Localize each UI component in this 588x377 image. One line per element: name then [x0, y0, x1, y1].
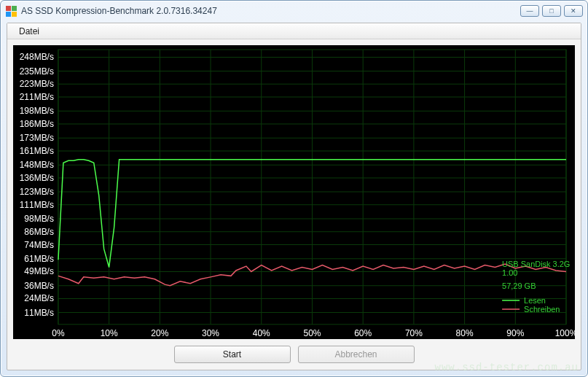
close-button[interactable]: ✕ — [564, 5, 583, 17]
start-button[interactable]: Start — [174, 346, 291, 363]
minimize-button[interactable]: — — [520, 5, 539, 17]
window-buttons: — □ ✕ — [520, 5, 583, 17]
menubar: Datei — [7, 23, 581, 39]
button-row: Start Abbrechen — [7, 343, 581, 365]
cancel-button: Abbrechen — [298, 346, 415, 363]
menu-file[interactable]: Datei — [13, 25, 45, 38]
svg-text:10%: 10% — [101, 328, 118, 338]
svg-text:11MB/s: 11MB/s — [24, 308, 54, 318]
legend-read: Lesen — [524, 296, 546, 305]
svg-text:123MB/s: 123MB/s — [20, 187, 54, 197]
device-label: USB SanDisk 3.2G — [502, 260, 570, 268]
svg-text:40%: 40% — [253, 328, 270, 338]
svg-text:30%: 30% — [202, 328, 219, 338]
svg-text:70%: 70% — [405, 328, 423, 338]
svg-text:50%: 50% — [303, 328, 321, 338]
capacity-label: 57,29 GB — [502, 281, 536, 290]
compression-chart: 11MB/s24MB/s36MB/s49MB/s61MB/s74MB/s86MB… — [13, 45, 575, 339]
svg-text:211MB/s: 211MB/s — [20, 92, 54, 102]
svg-text:60%: 60% — [354, 328, 372, 338]
svg-text:24MB/s: 24MB/s — [24, 293, 54, 303]
app-icon — [5, 5, 17, 17]
svg-text:74MB/s: 74MB/s — [24, 239, 54, 249]
svg-text:161MB/s: 161MB/s — [20, 146, 54, 156]
svg-text:80%: 80% — [456, 328, 474, 338]
svg-text:111MB/s: 111MB/s — [20, 200, 54, 210]
client-area: Datei 11MB/s24MB/s36MB/s49MB/s61MB/s74MB… — [7, 23, 581, 370]
svg-text:0%: 0% — [52, 328, 65, 338]
svg-text:90%: 90% — [506, 328, 524, 338]
svg-text:173MB/s: 173MB/s — [20, 133, 54, 143]
svg-text:198MB/s: 198MB/s — [20, 106, 54, 116]
svg-text:186MB/s: 186MB/s — [20, 119, 54, 129]
svg-text:136MB/s: 136MB/s — [20, 173, 54, 183]
svg-text:223MB/s: 223MB/s — [20, 79, 54, 89]
svg-text:98MB/s: 98MB/s — [24, 214, 54, 224]
svg-text:100%: 100% — [555, 328, 575, 338]
svg-text:235MB/s: 235MB/s — [20, 66, 54, 77]
app-window: AS SSD Kompression-Benchmark 2.0.7316.34… — [0, 0, 588, 377]
svg-text:49MB/s: 49MB/s — [24, 266, 54, 276]
svg-text:148MB/s: 148MB/s — [20, 160, 54, 170]
svg-text:20%: 20% — [151, 328, 168, 338]
window-title: AS SSD Kompression-Benchmark 2.0.7316.34… — [21, 6, 520, 16]
svg-text:36MB/s: 36MB/s — [24, 281, 54, 291]
svg-text:61MB/s: 61MB/s — [24, 254, 54, 264]
svg-text:86MB/s: 86MB/s — [24, 227, 54, 237]
maximize-button[interactable]: □ — [542, 5, 561, 17]
firmware-label: 1.00 — [502, 268, 517, 277]
titlebar: AS SSD Kompression-Benchmark 2.0.7316.34… — [1, 1, 587, 21]
svg-text:248MB/s: 248MB/s — [20, 52, 54, 62]
legend-write: Schreiben — [524, 305, 560, 314]
chart-area: 11MB/s24MB/s36MB/s49MB/s61MB/s74MB/s86MB… — [13, 45, 575, 339]
